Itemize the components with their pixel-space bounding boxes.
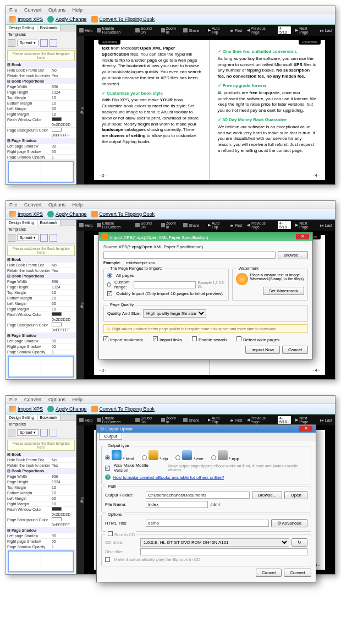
source-input[interactable] xyxy=(103,252,276,259)
help-button[interactable]: Help xyxy=(79,28,92,32)
advanced-button[interactable]: ⚙ Advanced xyxy=(271,519,307,527)
quality-select[interactable]: High quality large file size xyxy=(143,309,206,318)
prop-retain[interactable]: Yes xyxy=(52,73,75,78)
convert-confirm-button[interactable]: Convert xyxy=(284,569,311,577)
import-xps-button[interactable]: Import XPS xyxy=(9,16,43,23)
menu-convert[interactable]: Convert xyxy=(24,202,42,208)
file-name-input[interactable] xyxy=(146,501,208,508)
prop-right-margin[interactable]: 10 xyxy=(52,112,75,117)
app-icon xyxy=(218,450,228,460)
convert-button[interactable]: Convert To Flipping Book xyxy=(91,406,155,412)
template-hint: Please customize the flash template here xyxy=(7,50,75,61)
hyperlinks-tab[interactable]: Hyperlinks xyxy=(98,39,120,45)
cancel-button[interactable]: Cancel xyxy=(256,569,282,577)
radio-exe[interactable]: *.exe xyxy=(175,450,203,461)
apply-change-button[interactable]: Apply Change xyxy=(47,211,87,217)
prop-top-margin[interactable]: 10 xyxy=(52,95,75,100)
radio-app[interactable]: *.app xyxy=(211,450,239,461)
prop-page-height[interactable]: 1324 xyxy=(52,90,75,95)
disc-title-input[interactable] xyxy=(140,548,307,555)
menu-help[interactable]: Help xyxy=(73,7,83,13)
radio-html[interactable]: *.html xyxy=(105,450,134,461)
menu-file[interactable]: File xyxy=(9,202,18,208)
browse-button[interactable]: Browse... xyxy=(278,251,308,259)
search-icon[interactable]: 🔍 xyxy=(80,111,84,114)
cancel-button[interactable]: Cancel xyxy=(282,346,308,354)
burn-cd-check[interactable] xyxy=(108,531,113,536)
thumbnails-icon[interactable]: ▤ xyxy=(80,106,84,110)
menu-help[interactable]: Help xyxy=(73,202,83,208)
menu-help[interactable]: Help xyxy=(73,397,83,402)
custom-range-input[interactable] xyxy=(134,281,196,288)
tab-design-setting[interactable]: Design Setting xyxy=(6,25,37,31)
prop-bot-margin[interactable]: 10 xyxy=(52,101,75,106)
detect-wide-check[interactable]: Detect wide pages xyxy=(237,336,279,342)
prop-ps-op[interactable]: 1 xyxy=(52,155,75,159)
cd-drive-select[interactable]: 1:0:0,E: HL-DT-ST DVD ROM DH40N A101 xyxy=(140,538,289,547)
sound-button[interactable]: Sound On xyxy=(135,26,156,34)
menu-options[interactable]: Options xyxy=(48,397,65,402)
howto-link[interactable]: How to make created eBooks available for… xyxy=(113,475,224,480)
template-btn-1[interactable] xyxy=(40,39,48,47)
prop-left-margin[interactable]: 60 xyxy=(52,106,75,111)
page-indicator[interactable]: 4-5/10 xyxy=(278,26,291,34)
radio-all-pages[interactable]: All pages xyxy=(107,273,225,278)
mobile-version-check[interactable]: Also Make Mobile Version Make output pag… xyxy=(105,463,307,473)
browse-button[interactable]: Browse... xyxy=(252,491,282,499)
share-icon xyxy=(183,28,188,32)
sidebar: Design Setting Bookmark Templates Spread… xyxy=(6,25,76,184)
watermark-icon xyxy=(236,273,248,285)
menu-file[interactable]: File xyxy=(9,7,18,13)
prop-flash-wc[interactable]: 0x2D2D2D xyxy=(52,117,75,127)
menu-options[interactable]: Options xyxy=(48,7,65,13)
template-select[interactable]: Spread ▾ xyxy=(17,40,38,46)
thumb-rail[interactable]: ▤ 🔍 xyxy=(76,36,84,184)
autoflip-button[interactable]: ▶ Auto Flip xyxy=(208,26,226,34)
prop-rp-shad[interactable]: 55 xyxy=(52,149,75,154)
import-now-button[interactable]: Import Now xyxy=(245,346,280,354)
output-folder-input[interactable] xyxy=(146,492,250,499)
html-title-input[interactable] xyxy=(146,520,269,527)
hyperlinks-tab-r[interactable]: Hyperlinks xyxy=(299,39,321,45)
fullscreen-button[interactable]: Enable FullScreen xyxy=(97,26,131,34)
menu-file[interactable]: File xyxy=(9,397,18,402)
prop-hide-frame[interactable]: No xyxy=(52,68,75,73)
menu-convert[interactable]: Convert xyxy=(24,7,42,13)
radio-zip[interactable]: *.zip xyxy=(142,450,168,461)
first-button[interactable]: ⏮ First xyxy=(230,29,243,32)
autoplay-check[interactable]: Make it automatically play the flipbook … xyxy=(105,557,307,562)
prop-lp-shad[interactable]: 90 xyxy=(52,144,75,149)
menu-options[interactable]: Options xyxy=(48,202,65,208)
import-xps-button[interactable]: Import XPS xyxy=(9,211,43,217)
import-xps-button[interactable]: Import XPS xyxy=(9,406,43,412)
convert-button[interactable]: Convert To Flipping Book xyxy=(91,211,155,217)
tab-bookmark[interactable]: Bookmark xyxy=(37,220,61,226)
prev-button[interactable]: ◀ Previous Page xyxy=(247,26,273,34)
import-links-check[interactable]: Import links xyxy=(153,336,182,342)
quick-import-check[interactable]: Quickly Import (Only import 10 pages to … xyxy=(107,291,225,296)
tab-output[interactable]: Output xyxy=(99,433,122,440)
enable-search-check[interactable]: Enable search xyxy=(192,336,227,342)
menu-convert[interactable]: Convert xyxy=(24,397,42,402)
apply-change-button[interactable]: Apply Change xyxy=(47,406,87,412)
import-bookmark-check[interactable]: Import bookmark xyxy=(103,336,143,342)
close-button[interactable]: ✕ xyxy=(299,426,312,432)
close-button[interactable]: ✕ xyxy=(296,234,309,239)
tab-bookmark[interactable]: Bookmark xyxy=(37,25,61,31)
last-button[interactable]: ⏭ Last xyxy=(320,29,332,32)
template-select[interactable]: Spread ▾ xyxy=(17,234,38,241)
set-watermark-button[interactable]: Set Watermark xyxy=(263,287,304,295)
radio-custom-range[interactable]: Custom range:Example:1,3,5,9-21 xyxy=(107,280,225,290)
convert-button[interactable]: Convert To Flipping Book xyxy=(91,16,155,23)
apply-change-button[interactable]: Apply Change xyxy=(47,16,87,23)
zoom-button[interactable]: Zoom In xyxy=(161,26,179,34)
share-button[interactable]: Share xyxy=(183,28,199,32)
refresh-drive-button[interactable]: ↻ xyxy=(292,538,307,547)
prop-page-width[interactable]: 936 xyxy=(52,84,75,89)
template-thumb[interactable] xyxy=(8,161,74,183)
next-button[interactable]: ▶ Next Page xyxy=(295,26,316,34)
open-button[interactable]: Open xyxy=(284,491,307,499)
template-btn-2[interactable] xyxy=(50,39,57,47)
tab-design-setting[interactable]: Design Setting xyxy=(6,220,37,226)
prop-page-bg[interactable]: 0xFFFFFF xyxy=(52,128,75,138)
